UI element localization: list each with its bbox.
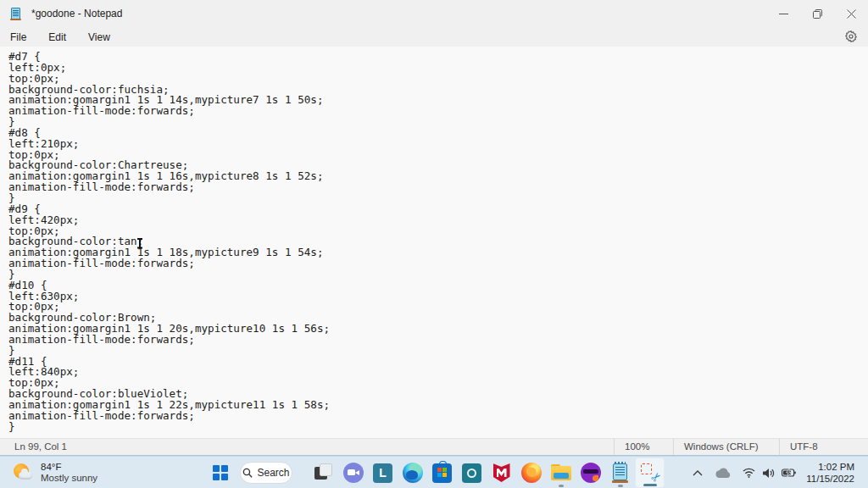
system-tray: 1:02 PM 11/15/2022: [693, 457, 868, 488]
edge-browser-icon: [403, 463, 423, 483]
taskbar-app-purple-mask[interactable]: [576, 458, 605, 488]
taskbar-app-edge[interactable]: [398, 458, 427, 488]
notepad-window: *goodone - Notepad File Edit View #d7 { …: [0, 0, 868, 488]
search-label: Search: [257, 467, 289, 479]
volume-icon[interactable]: [763, 468, 776, 479]
start-button[interactable]: [205, 458, 235, 488]
taskbar-app-firefox[interactable]: [516, 458, 546, 488]
line-ending[interactable]: Windows (CRLF): [673, 439, 779, 455]
menubar: File Edit View: [0, 27, 868, 47]
taskbar-app-task-view[interactable]: [309, 458, 338, 488]
menu-file[interactable]: File: [5, 30, 31, 45]
cursor-position: Ln 99, Col 1: [14, 441, 67, 452]
running-indicator: [618, 485, 623, 487]
l-app-icon: L: [373, 463, 392, 483]
weather-condition: Mostly sunny: [41, 473, 97, 484]
taskbar-app-snipping-tool[interactable]: ✂: [635, 458, 665, 488]
zoom-level[interactable]: 100%: [614, 439, 673, 455]
menu-view[interactable]: View: [83, 30, 115, 45]
wifi-icon[interactable]: [743, 468, 755, 478]
statusbar: Ln 99, Col 1 100% Windows (CRLF) UTF-8: [0, 438, 868, 455]
taskbar-app-file-explorer[interactable]: [546, 458, 576, 488]
weather-widget[interactable]: 84°F Mostly sunny: [12, 458, 97, 487]
onedrive-cloud-icon[interactable]: [715, 468, 732, 479]
taskbar-app-l[interactable]: L: [368, 458, 398, 488]
taskbar-app-store[interactable]: [427, 458, 457, 488]
running-indicator: [559, 485, 564, 487]
titlebar: *goodone - Notepad: [0, 0, 868, 27]
caption-buttons: [766, 0, 868, 27]
purple-mask-app-icon: [581, 463, 601, 483]
clock-date: 11/15/2022: [806, 473, 854, 485]
restore-button[interactable]: [800, 0, 834, 27]
taskbar-app-mcafee[interactable]: [487, 458, 516, 488]
taskbar-clock[interactable]: 1:02 PM 11/15/2022: [806, 461, 854, 485]
window-title: *goodone - Notepad: [31, 8, 122, 19]
close-button[interactable]: [834, 0, 868, 27]
notepad-taskbar-icon: [612, 463, 629, 483]
search-box[interactable]: Search: [240, 462, 292, 484]
task-view-icon: [314, 463, 334, 483]
hidden-icons-chevron[interactable]: [693, 470, 703, 476]
notepad-app-icon: [9, 8, 22, 20]
taskbar: 84°F Mostly sunny Search L: [0, 456, 868, 488]
taskbar-app-circle[interactable]: [457, 458, 487, 488]
taskbar-app-notepad[interactable]: [605, 458, 635, 488]
taskbar-app-teams-chat[interactable]: [338, 458, 368, 488]
microsoft-store-icon: [432, 463, 452, 483]
weather-temperature: 84°F: [41, 462, 97, 473]
teams-chat-icon: [343, 463, 364, 483]
windows-logo-icon: [213, 465, 228, 480]
encoding[interactable]: UTF-8: [779, 439, 868, 455]
circle-app-icon: [462, 463, 481, 483]
file-explorer-icon: [551, 464, 571, 481]
active-indicator: [643, 484, 657, 486]
minimize-button[interactable]: [766, 0, 800, 27]
mcafee-shield-icon: [492, 463, 512, 483]
firefox-icon: [521, 463, 542, 483]
settings-gear-icon[interactable]: [844, 30, 858, 43]
search-icon: [242, 468, 253, 478]
text-editor-area[interactable]: #d7 { left:0px; top:0px; background-colo…: [0, 47, 868, 438]
battery-charging-icon[interactable]: [782, 469, 796, 477]
snipping-tool-icon: ✂: [640, 463, 660, 483]
menu-edit[interactable]: Edit: [43, 30, 71, 45]
clock-time: 1:02 PM: [806, 461, 854, 473]
weather-sun-cloud-icon: [12, 463, 34, 483]
